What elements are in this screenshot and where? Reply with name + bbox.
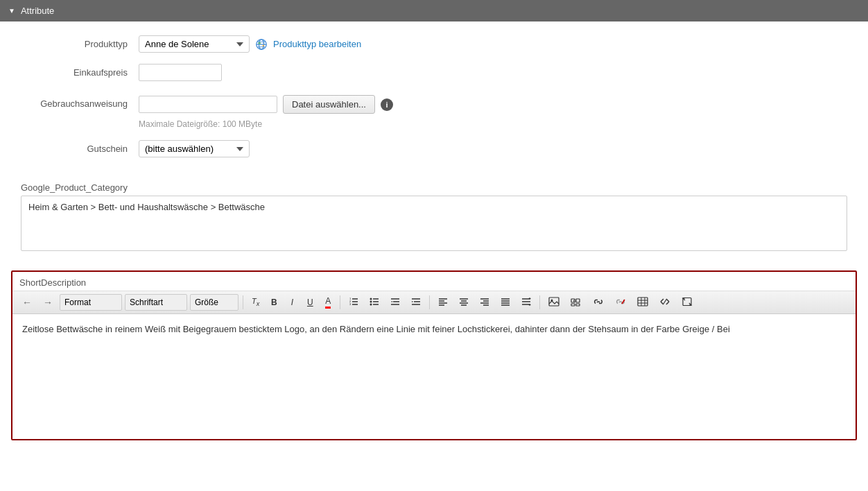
groesse-select[interactable]: Größe bbox=[190, 294, 238, 311]
insert-image-button[interactable] bbox=[544, 294, 564, 311]
produkttyp-label: Produkttyp bbox=[21, 39, 139, 49]
divider-3 bbox=[429, 295, 430, 309]
bold-button[interactable]: B bbox=[266, 294, 281, 311]
section-body: Produkttyp Anne de Solene Produ bbox=[0, 21, 868, 182]
outdent-button[interactable] bbox=[386, 294, 404, 311]
gutschein-select[interactable]: (bitte auswählen) bbox=[139, 140, 250, 157]
short-desc-label: ShortDescription bbox=[12, 272, 856, 291]
italic-button[interactable]: I bbox=[284, 294, 300, 311]
svg-line-61 bbox=[663, 300, 666, 304]
format-select[interactable]: Format bbox=[60, 294, 122, 311]
remove-link-icon bbox=[615, 297, 626, 309]
google-category-label: Google_Product_Category bbox=[21, 182, 847, 193]
produkttyp-select[interactable]: Anne de Solene bbox=[139, 35, 250, 53]
einkaufspreis-input[interactable] bbox=[139, 64, 222, 81]
align-justify-icon bbox=[501, 297, 510, 309]
file-text-input[interactable] bbox=[139, 96, 277, 113]
gebrauchsanweisung-control: Datei auswählen... i Maximale Dateigröße… bbox=[139, 95, 393, 129]
color-button[interactable]: A bbox=[320, 294, 336, 311]
info-icon[interactable]: i bbox=[381, 98, 393, 111]
line-height-button[interactable] bbox=[517, 294, 535, 311]
ordered-list-icon: ​ 1 2 3 bbox=[349, 297, 358, 309]
indent-button[interactable] bbox=[407, 294, 425, 311]
unordered-list-button[interactable] bbox=[365, 294, 383, 311]
clear-format-button[interactable]: Tx bbox=[248, 294, 263, 311]
globe-icon bbox=[255, 38, 268, 51]
svg-point-6 bbox=[262, 44, 264, 46]
svg-marker-22 bbox=[391, 301, 392, 302]
align-center-icon bbox=[459, 297, 469, 309]
divider-1 bbox=[243, 295, 243, 309]
insert-table-button[interactable] bbox=[633, 294, 652, 311]
insert-puzzle-button[interactable] bbox=[566, 294, 586, 311]
redo-button[interactable]: → bbox=[39, 294, 57, 311]
editor-toolbar: ← → Format Schriftart Größe Tx B bbox=[12, 291, 856, 314]
section-title: Attribute bbox=[21, 6, 54, 16]
produkttyp-row: Produkttyp Anne de Solene Produ bbox=[21, 35, 847, 53]
align-left-button[interactable] bbox=[434, 294, 452, 311]
insert-link-icon bbox=[593, 297, 604, 309]
google-category-section: Google_Product_Category Heim & Garten > … bbox=[0, 182, 868, 262]
svg-rect-53 bbox=[576, 304, 580, 306]
insert-table-icon bbox=[637, 297, 648, 309]
gebrauchsanweisung-row: Gebrauchsanweisung Datei auswählen... i … bbox=[21, 92, 847, 129]
underline-icon: U bbox=[307, 298, 313, 307]
produkttyp-control: Anne de Solene Produkttyp bearbeiten bbox=[139, 35, 361, 53]
insert-image-icon bbox=[548, 297, 559, 309]
align-center-button[interactable] bbox=[455, 294, 473, 311]
svg-rect-52 bbox=[571, 304, 575, 306]
svg-point-13 bbox=[370, 298, 372, 300]
editor-content[interactable]: Zeitlose Bettwäsche in reinem Weiß mit B… bbox=[12, 314, 856, 439]
collapse-arrow[interactable]: ▼ bbox=[8, 7, 15, 15]
line-height-icon bbox=[521, 297, 531, 309]
align-right-button[interactable] bbox=[476, 294, 494, 311]
divider-4 bbox=[539, 295, 540, 309]
einkaufspreis-label: Einkaufspreis bbox=[21, 67, 139, 78]
gutschein-row: Gutschein (bitte auswählen) bbox=[21, 140, 847, 157]
bold-icon: B bbox=[271, 298, 277, 307]
color-icon: A bbox=[325, 296, 331, 309]
datei-button[interactable]: Datei auswählen... bbox=[283, 95, 375, 114]
svg-marker-46 bbox=[528, 298, 531, 299]
outdent-icon bbox=[390, 297, 400, 309]
schriftart-select[interactable]: Schriftart bbox=[125, 294, 187, 311]
svg-point-14 bbox=[370, 300, 372, 302]
clear-format-icon: Tx bbox=[252, 297, 259, 307]
svg-rect-51 bbox=[576, 299, 580, 302]
section-header[interactable]: ▼ Attribute bbox=[0, 0, 868, 21]
google-category-box[interactable]: Heim & Garten > Bett- und Haushaltswäsch… bbox=[21, 196, 847, 251]
svg-marker-47 bbox=[528, 304, 531, 306]
undo-button[interactable]: ← bbox=[18, 294, 36, 311]
google-category-value: Heim & Garten > Bett- und Haushaltswäsch… bbox=[28, 202, 265, 212]
svg-rect-54 bbox=[574, 300, 575, 302]
einkaufspreis-control bbox=[139, 64, 222, 81]
svg-rect-48 bbox=[549, 298, 559, 306]
editor-text: Zeitlose Bettwäsche in reinem Weiß mit B… bbox=[22, 324, 730, 334]
view-source-icon bbox=[659, 297, 670, 309]
svg-text:3: 3 bbox=[349, 302, 351, 306]
produkttyp-edit-link[interactable]: Produkttyp bearbeiten bbox=[273, 39, 361, 49]
italic-icon: I bbox=[291, 298, 293, 307]
view-source-button[interactable] bbox=[655, 294, 675, 311]
underline-button[interactable]: U bbox=[302, 294, 318, 311]
indent-icon bbox=[411, 297, 421, 309]
page-wrapper: ▼ Attribute Produkttyp Anne de Solene bbox=[0, 0, 868, 491]
align-justify-button[interactable] bbox=[496, 294, 514, 311]
divider-2 bbox=[340, 295, 340, 309]
ordered-list-button[interactable]: ​ 1 2 3 bbox=[345, 294, 363, 311]
file-size-hint: Maximale Dateigröße: 100 MByte bbox=[139, 119, 262, 129]
fullscreen-icon bbox=[682, 297, 693, 309]
svg-rect-56 bbox=[638, 298, 648, 306]
einkaufspreis-row: Einkaufspreis bbox=[21, 64, 847, 81]
gebrauchsanweisung-label: Gebrauchsanweisung bbox=[21, 95, 139, 109]
remove-link-button[interactable] bbox=[611, 294, 630, 311]
svg-point-5 bbox=[259, 42, 261, 44]
short-desc-section: ShortDescription ← → Format Schriftart G… bbox=[11, 270, 857, 440]
gutschein-control: (bitte auswählen) bbox=[139, 140, 250, 157]
unordered-list-icon bbox=[370, 297, 379, 309]
insert-link-button[interactable] bbox=[589, 294, 608, 311]
svg-marker-26 bbox=[412, 301, 413, 302]
align-right-icon bbox=[480, 297, 489, 309]
file-input-row: Datei auswählen... i bbox=[139, 95, 393, 114]
fullscreen-button[interactable] bbox=[677, 294, 697, 311]
